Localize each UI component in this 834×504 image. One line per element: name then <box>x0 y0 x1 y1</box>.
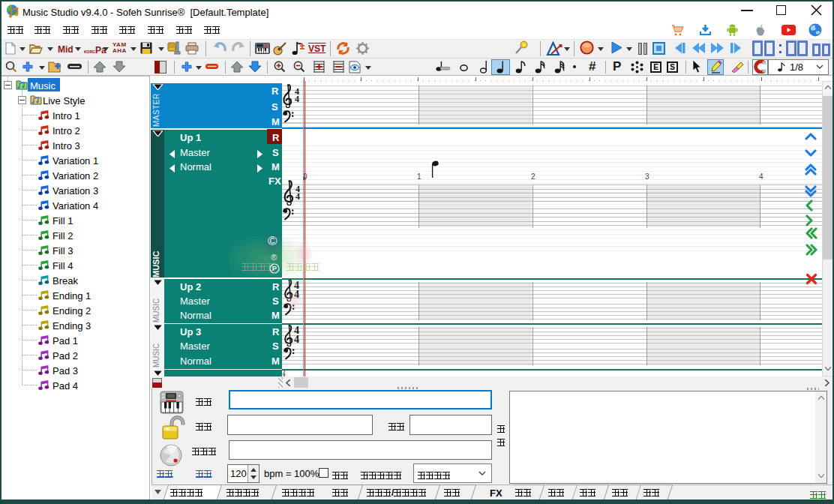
svg-text:P: P <box>272 265 277 272</box>
